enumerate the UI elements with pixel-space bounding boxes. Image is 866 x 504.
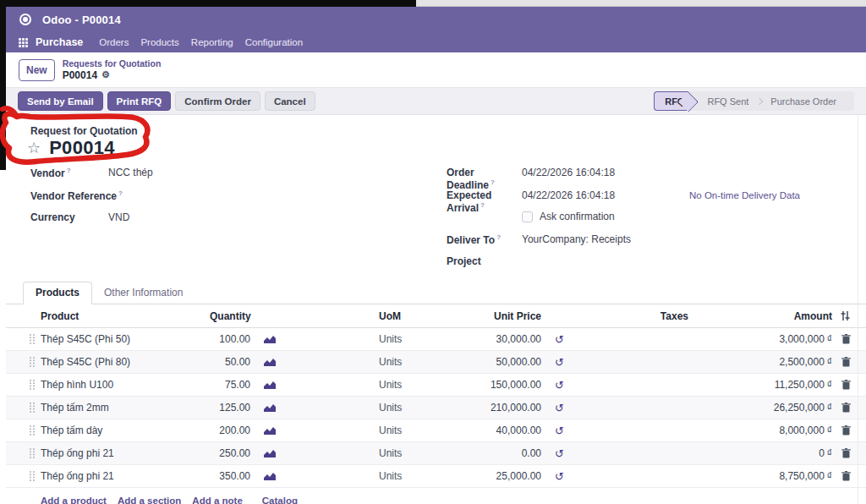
cancel-button[interactable]: Cancel	[265, 91, 315, 111]
cell-quantity[interactable]: 200.00	[210, 425, 259, 436]
cell-product[interactable]: Thép hình U100	[41, 379, 210, 391]
drag-handle-icon[interactable]	[29, 333, 41, 345]
cell-product[interactable]: Thép tấm dày	[41, 425, 210, 436]
cell-uom[interactable]: Units	[379, 356, 463, 368]
menu-configuration[interactable]: Configuration	[245, 37, 303, 47]
cell-uom[interactable]: Units	[379, 447, 463, 459]
delete-row-icon[interactable]	[837, 403, 866, 413]
menu-products[interactable]: Products	[140, 37, 178, 47]
ask-confirmation-checkbox[interactable]	[522, 211, 533, 222]
drag-handle-icon[interactable]	[29, 379, 41, 391]
send-by-email-button[interactable]: Send by Email	[18, 91, 103, 111]
expected-arrival-value[interactable]: 04/22/2026 16:04:18	[522, 189, 615, 201]
lines-table-body: Thép S45C (Phi 50) 100.00 Units 30,000.0…	[6, 328, 866, 488]
cell-unit-price[interactable]: 30,000.00	[463, 333, 548, 345]
forecast-chart-icon[interactable]	[259, 358, 289, 367]
cell-quantity[interactable]: 350.00	[210, 470, 259, 482]
col-unit-price: Unit Price	[463, 310, 548, 322]
cell-unit-price[interactable]: 50,000.00	[463, 356, 548, 368]
forecast-chart-icon[interactable]	[259, 472, 289, 481]
cell-quantity[interactable]: 250.00	[210, 447, 259, 459]
delete-row-icon[interactable]	[837, 380, 866, 390]
delete-row-icon[interactable]	[837, 448, 866, 458]
drag-handle-icon[interactable]	[29, 447, 41, 459]
price-history-icon[interactable]: ↺	[548, 471, 578, 482]
apps-grid-icon[interactable]	[19, 38, 28, 47]
stage-rfq-sent[interactable]: RFQ Sent	[699, 96, 756, 107]
price-history-icon[interactable]: ↺	[548, 380, 578, 391]
vendor-value[interactable]: NCC thép	[108, 167, 153, 178]
doc-title-row: ☆ P00014	[27, 137, 115, 159]
gear-icon[interactable]: ⚙	[101, 69, 110, 80]
forecast-chart-icon[interactable]	[259, 449, 289, 458]
cell-uom[interactable]: Units	[379, 333, 463, 345]
drag-handle-icon[interactable]	[29, 470, 41, 482]
delete-row-icon[interactable]	[837, 471, 866, 481]
cell-uom[interactable]: Units	[379, 425, 463, 436]
on-time-delivery-link[interactable]: No On-time Delivery Data	[689, 190, 800, 200]
new-button[interactable]: New	[19, 59, 55, 81]
field-project: Project	[447, 255, 522, 267]
cell-product[interactable]: Thép tấm 2mm	[41, 402, 210, 414]
price-history-icon[interactable]: ↺	[548, 403, 578, 414]
screenshot-black-border-left	[0, 0, 6, 170]
cell-product[interactable]: Thép S45C (Phi 50)	[41, 333, 210, 345]
optional-columns-icon[interactable]	[837, 310, 866, 321]
add-a-section-link[interactable]: Add a section	[118, 496, 181, 504]
menu-reporting[interactable]: Reporting	[191, 37, 233, 47]
screenshot-black-border-top	[0, 0, 416, 7]
cell-uom[interactable]: Units	[379, 470, 463, 482]
cell-product[interactable]: Thép S45C (Phi 80)	[41, 356, 210, 368]
price-history-icon[interactable]: ↺	[548, 357, 578, 368]
drag-handle-icon[interactable]	[29, 425, 41, 436]
cell-product[interactable]: Thép ống phi 21	[41, 470, 210, 482]
forecast-chart-icon[interactable]	[259, 403, 289, 413]
print-rfq-button[interactable]: Print RFQ	[107, 91, 172, 111]
deliver-to-value[interactable]: YourCompany: Receipts	[522, 233, 631, 245]
cell-unit-price[interactable]: 40,000.00	[463, 425, 548, 436]
forecast-chart-icon[interactable]	[259, 426, 289, 436]
cell-product[interactable]: Thép ống phi 21	[41, 447, 210, 459]
expected-arrival-label: Expected Arrival?	[447, 189, 522, 214]
cell-unit-price[interactable]: 210,000.00	[463, 402, 548, 414]
add-a-product-link[interactable]: Add a product	[41, 496, 107, 504]
tab-other-information[interactable]: Other Information	[92, 282, 195, 304]
cell-uom[interactable]: Units	[379, 402, 463, 414]
currency-label: Currency	[30, 211, 108, 223]
add-a-note-link[interactable]: Add a note	[192, 496, 242, 504]
price-history-icon[interactable]: ↺	[548, 448, 578, 459]
cell-unit-price[interactable]: 25,000.00	[463, 470, 548, 482]
price-history-icon[interactable]: ↺	[548, 334, 578, 345]
favorite-star-icon[interactable]: ☆	[27, 140, 41, 156]
cell-unit-price[interactable]: 150,000.00	[463, 379, 548, 391]
cell-quantity[interactable]: 100.00	[210, 333, 259, 345]
menu-orders[interactable]: Orders	[99, 37, 129, 47]
tab-products[interactable]: Products	[23, 282, 92, 304]
dong-symbol: ₫	[827, 379, 832, 391]
delete-row-icon[interactable]	[837, 425, 866, 436]
doc-name: P00014	[49, 137, 115, 159]
cell-unit-price[interactable]: 0.00	[463, 447, 548, 459]
stage-purchase-order[interactable]: Purchase Order	[763, 96, 844, 107]
price-history-icon[interactable]: ↺	[548, 425, 578, 436]
breadcrumb-parent-link[interactable]: Requests for Quotation	[63, 58, 162, 69]
cell-quantity[interactable]: 50.00	[210, 356, 259, 368]
dong-symbol: ₫	[827, 470, 832, 482]
chevron-right-icon	[756, 97, 763, 104]
lines-table-header: Product Quantity UoM Unit Price Taxes Am…	[6, 304, 866, 328]
confirm-order-button[interactable]: Confirm Order	[175, 91, 260, 111]
cell-quantity[interactable]: 75.00	[210, 379, 259, 391]
cell-quantity[interactable]: 125.00	[210, 402, 259, 414]
drag-handle-icon[interactable]	[29, 356, 41, 368]
forecast-chart-icon[interactable]	[259, 381, 289, 390]
stage-rfq[interactable]: RFQ	[654, 91, 688, 111]
delete-row-icon[interactable]	[837, 334, 866, 344]
cell-uom[interactable]: Units	[379, 379, 463, 391]
drag-handle-icon[interactable]	[29, 402, 41, 414]
currency-value[interactable]: VND	[108, 211, 129, 223]
delete-row-icon[interactable]	[837, 357, 866, 367]
order-deadline-value[interactable]: 04/22/2026 16:04:18	[522, 167, 615, 178]
catalog-link[interactable]: Catalog	[262, 496, 298, 504]
forecast-chart-icon[interactable]	[259, 335, 289, 344]
app-name-purchase[interactable]: Purchase	[36, 36, 83, 48]
